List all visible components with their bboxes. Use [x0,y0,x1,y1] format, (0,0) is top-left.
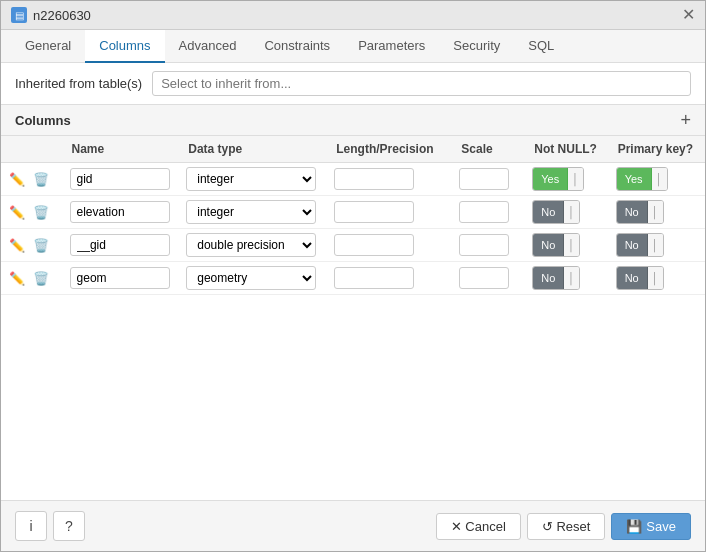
inherit-input[interactable] [152,71,691,96]
row-datatype-cell: integer double precision geometry text b… [180,262,328,295]
dialog-icon: ▤ [11,7,27,23]
col-header-pk: Primary key? [610,136,705,163]
primarykey-toggle[interactable]: No │ [616,233,664,257]
toggle-yes-label: │ [564,267,579,289]
info-button[interactable]: i [15,511,47,541]
col-header-datatype: Data type [180,136,328,163]
save-icon: 💾 [626,519,642,534]
row-scale-input[interactable] [459,168,509,190]
row-scale-input[interactable] [459,267,509,289]
row-length-cell [328,229,453,262]
row-datatype-select[interactable]: integer double precision geometry text b… [186,167,316,191]
tab-security[interactable]: Security [439,30,514,63]
row-datatype-select[interactable]: integer double precision geometry text b… [186,233,316,257]
row-name-cell [64,262,181,295]
row-scale-input[interactable] [459,234,509,256]
primarykey-toggle[interactable]: Yes │ [616,167,668,191]
row-length-input[interactable] [334,201,414,223]
columns-section-title: Columns [15,113,71,128]
tab-parameters[interactable]: Parameters [344,30,439,63]
tab-advanced[interactable]: Advanced [165,30,251,63]
cancel-icon: ✕ [451,519,462,534]
tab-constraints[interactable]: Constraints [250,30,344,63]
notnull-toggle[interactable]: No │ [532,266,580,290]
delete-row-button[interactable]: 🗑️ [31,203,51,222]
row-name-cell [64,229,181,262]
reset-icon: ↺ [542,519,553,534]
row-name-input[interactable] [70,168,170,190]
tab-sql[interactable]: SQL [514,30,568,63]
delete-row-button[interactable]: 🗑️ [31,236,51,255]
row-primarykey-cell: Yes │ [610,163,705,196]
edit-row-button[interactable]: ✏️ [7,203,27,222]
row-notnull-cell: No │ [526,196,609,229]
dialog-title: n2260630 [33,8,91,23]
edit-row-button[interactable]: ✏️ [7,269,27,288]
col-header-actions [1,136,64,163]
footer-right: ✕ Cancel ↺ Reset 💾 Save [436,513,691,540]
row-name-input[interactable] [70,234,170,256]
row-datatype-select[interactable]: integer double precision geometry text b… [186,200,316,224]
row-length-cell [328,163,453,196]
toggle-yes-label: │ [564,234,579,256]
toggle-no-label: No [533,201,564,223]
row-actions: ✏️ 🗑️ [1,262,64,295]
info-icon: i [29,518,32,534]
row-notnull-cell: Yes │ [526,163,609,196]
edit-row-button[interactable]: ✏️ [7,236,27,255]
row-scale-input[interactable] [459,201,509,223]
notnull-toggle[interactable]: Yes │ [532,167,584,191]
row-name-cell [64,196,181,229]
toggle-no-label: No [533,234,564,256]
edit-row-button[interactable]: ✏️ [7,170,27,189]
table-row: ✏️ 🗑️ integer double precision geometry … [1,229,705,262]
toggle-yes-label: │ [648,234,663,256]
save-button[interactable]: 💾 Save [611,513,691,540]
dialog: ▤ n2260630 ✕ General Columns Advanced Co… [0,0,706,552]
toggle-no-label: No [533,267,564,289]
tab-columns[interactable]: Columns [85,30,164,63]
notnull-toggle[interactable]: No │ [532,200,580,224]
row-length-input[interactable] [334,168,414,190]
reset-button[interactable]: ↺ Reset [527,513,606,540]
columns-table-container: Name Data type Length/Precision Scale No… [1,136,705,500]
row-datatype-cell: integer double precision geometry text b… [180,163,328,196]
inherit-label: Inherited from table(s) [15,76,142,91]
toggle-no-label: No [617,267,648,289]
delete-row-button[interactable]: 🗑️ [31,170,51,189]
row-actions: ✏️ 🗑️ [1,229,64,262]
row-datatype-cell: integer double precision geometry text b… [180,196,328,229]
add-column-button[interactable]: + [680,111,691,129]
toggle-no-label: │ [652,168,667,190]
primarykey-toggle[interactable]: No │ [616,200,664,224]
primarykey-toggle[interactable]: No │ [616,266,664,290]
col-header-name: Name [64,136,181,163]
toggle-no-label: No [617,234,648,256]
toggle-no-label: │ [568,168,583,190]
delete-row-button[interactable]: 🗑️ [31,269,51,288]
notnull-toggle[interactable]: No │ [532,233,580,257]
row-notnull-cell: No │ [526,229,609,262]
table-row: ✏️ 🗑️ integer double precision geometry … [1,262,705,295]
row-length-cell [328,262,453,295]
row-name-cell [64,163,181,196]
columns-section-header: Columns + [1,105,705,136]
row-actions: ✏️ 🗑️ [1,196,64,229]
row-name-input[interactable] [70,267,170,289]
row-length-input[interactable] [334,267,414,289]
row-name-input[interactable] [70,201,170,223]
footer: i ? ✕ Cancel ↺ Reset 💾 Save [1,500,705,551]
row-length-input[interactable] [334,234,414,256]
help-button[interactable]: ? [53,511,85,541]
cancel-button[interactable]: ✕ Cancel [436,513,521,540]
row-primarykey-cell: No │ [610,229,705,262]
row-notnull-cell: No │ [526,262,609,295]
toggle-yes-label: Yes [617,168,652,190]
row-primarykey-cell: No │ [610,196,705,229]
toggle-yes-label: │ [564,201,579,223]
toggle-no-label: No [617,201,648,223]
row-datatype-select[interactable]: integer double precision geometry text b… [186,266,316,290]
close-button[interactable]: ✕ [682,7,695,23]
tab-general[interactable]: General [11,30,85,63]
footer-left: i ? [15,511,85,541]
